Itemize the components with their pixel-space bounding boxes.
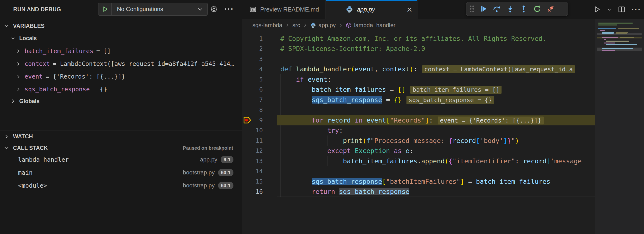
- chevron-down-icon: [4, 145, 9, 151]
- debug-config-dropdown[interactable]: No Configurations: [98, 3, 208, 16]
- breakpoint-gutter[interactable]: [242, 166, 253, 177]
- code-line-text: return sqs_batch_response: [280, 188, 409, 195]
- code-line[interactable]: 6 batch_item_failures = []batch_item_fai…: [242, 85, 595, 95]
- breakpoint-gutter[interactable]: [242, 95, 253, 105]
- breakpoint-gutter[interactable]: [242, 156, 253, 166]
- code-line[interactable]: 9 for record in event["Records"]:event =…: [242, 115, 595, 125]
- line-number: 11: [253, 137, 263, 144]
- call-stack-header[interactable]: CALL STACK Paused on breakpoint: [0, 143, 242, 153]
- debug-disconnect-icon[interactable]: [544, 2, 557, 16]
- tab-app-py[interactable]: app.py ×: [326, 0, 418, 19]
- code-line[interactable]: 1# Copyright Amazon.com, Inc. or its aff…: [242, 33, 595, 44]
- line-number: 12: [253, 147, 263, 154]
- close-icon[interactable]: ×: [406, 0, 412, 19]
- variable-name: event: [24, 73, 42, 80]
- tab-preview-readme[interactable]: Preview README.md: [242, 0, 326, 19]
- more-actions-icon[interactable]: ···: [224, 0, 234, 18]
- breakpoint-gutter[interactable]: [242, 105, 253, 115]
- code-line[interactable]: 14: [242, 166, 595, 177]
- breakpoint-gutter[interactable]: [242, 176, 253, 187]
- variables-section: VARIABLES Locals batch_item_failures= []…: [0, 20, 242, 107]
- code-line-text: print(f"Processed message: {record['body…: [280, 137, 519, 144]
- symbol-method-icon: [346, 22, 352, 28]
- editor-more-actions-icon[interactable]: ···: [632, 5, 641, 14]
- minimap-line: [602, 32, 614, 33]
- breakpoint-gutter[interactable]: [242, 187, 253, 197]
- variable-value: = []: [96, 48, 111, 55]
- globals-group-header[interactable]: Globals: [0, 96, 242, 107]
- breakpoint-gutter[interactable]: [242, 85, 253, 95]
- run-options-chevron-icon[interactable]: [607, 7, 612, 12]
- split-editor-icon[interactable]: [618, 6, 625, 13]
- debug-step-out-icon[interactable]: [517, 2, 530, 16]
- chevron-down-icon: [10, 36, 16, 41]
- code-line[interactable]: 8: [242, 105, 595, 115]
- stack-frame[interactable]: lambda_handlerapp.py9:1: [0, 153, 242, 166]
- breadcrumb-symbol[interactable]: lambda_handler: [346, 22, 396, 29]
- line-number: 4: [253, 66, 263, 73]
- line-number: 5: [253, 76, 263, 83]
- code-line[interactable]: 11 print(f"Processed message: {record['b…: [242, 135, 595, 146]
- run-python-file-icon[interactable]: [594, 6, 601, 13]
- dropdown-divider: [112, 3, 112, 15]
- minimap-line: [602, 50, 615, 51]
- variable-row[interactable]: context= LambdaContext([aws_request_id=a…: [0, 57, 242, 70]
- breakpoint-gutter[interactable]: [242, 146, 253, 156]
- variable-row[interactable]: event= {'Records': [{...}]}: [0, 70, 242, 83]
- breadcrumb-project[interactable]: sqs-lambda: [252, 22, 282, 29]
- debug-step-over-icon[interactable]: [490, 2, 504, 16]
- drag-handle-icon[interactable]: [469, 5, 474, 13]
- code-line[interactable]: 7 sqs_batch_response = {}sqs_batch_respo…: [242, 95, 595, 105]
- code-line[interactable]: 5 if event:: [242, 74, 595, 85]
- code-editor[interactable]: 1# Copyright Amazon.com, Inc. or its aff…: [242, 33, 595, 197]
- minimap-inline-value: [618, 28, 639, 29]
- breakpoint-gutter[interactable]: [242, 135, 253, 146]
- start-debug-icon[interactable]: [102, 6, 108, 12]
- call-stack-section: CALL STACK Paused on breakpoint lambda_h…: [0, 143, 242, 192]
- code-line[interactable]: 3: [242, 54, 595, 64]
- editor-area: Preview README.md app.py ×: [242, 0, 644, 234]
- minimap-line: [604, 42, 615, 43]
- breakpoint-gutter[interactable]: [242, 125, 253, 136]
- code-line[interactable]: 2# SPDX-License-Identifier: Apache-2.0: [242, 44, 595, 54]
- code-line[interactable]: 15 sqs_batch_response["batchItemFailures…: [242, 176, 595, 187]
- code-line[interactable]: 12 except Exception as e:: [242, 146, 595, 156]
- line-number: 10: [253, 127, 263, 134]
- code-line[interactable]: 10 try:: [242, 125, 595, 136]
- breakpoint-gutter[interactable]: [242, 54, 253, 64]
- chevron-down-icon: [197, 6, 203, 12]
- variables-header[interactable]: VARIABLES: [0, 20, 242, 32]
- debug-step-into-icon[interactable]: [504, 2, 517, 16]
- code-line[interactable]: 13 batch_item_failures.append({"itemIden…: [242, 156, 595, 166]
- debug-restart-icon[interactable]: [530, 2, 544, 16]
- locals-group-header[interactable]: Locals: [0, 32, 242, 45]
- code-line[interactable]: 16 return sqs_batch_response: [242, 187, 595, 197]
- code-line-text: # Copyright Amazon.com, Inc. or its affi…: [280, 35, 546, 42]
- frame-file: app.py: [200, 156, 217, 163]
- locals-variable-list: batch_item_failures= []context= LambdaCo…: [0, 45, 242, 96]
- debug-continue-icon[interactable]: [476, 2, 490, 16]
- variable-row[interactable]: batch_item_failures= []: [0, 45, 242, 57]
- stack-frame[interactable]: mainbootstrap.py60:1: [0, 166, 242, 179]
- line-number: 3: [253, 55, 263, 62]
- variable-name: context: [24, 60, 50, 67]
- breakpoint-gutter[interactable]: [242, 44, 253, 54]
- gear-icon[interactable]: [210, 0, 218, 19]
- chevron-right-icon: [303, 23, 307, 27]
- breadcrumb-folder[interactable]: src: [292, 22, 300, 29]
- line-number: 2: [253, 45, 263, 52]
- chevron-right-icon: [16, 74, 21, 79]
- breakpoint-current-line-icon[interactable]: [242, 115, 253, 125]
- breakpoint-gutter[interactable]: [242, 64, 253, 75]
- code-line[interactable]: 4def lambda_handler(event, context):cont…: [242, 64, 595, 75]
- breakpoint-gutter[interactable]: [242, 33, 253, 44]
- code-line-text: if event:: [280, 76, 331, 83]
- code-line-text: batch_item_failures = []batch_item_failu…: [280, 86, 502, 93]
- breadcrumb-file[interactable]: app.py: [310, 22, 336, 29]
- watch-section-header[interactable]: WATCH: [0, 130, 242, 143]
- chevron-right-icon: [10, 99, 16, 104]
- minimap[interactable]: [595, 19, 644, 234]
- variable-row[interactable]: sqs_batch_response= {}: [0, 83, 242, 96]
- breakpoint-gutter[interactable]: [242, 74, 253, 85]
- stack-frame[interactable]: <module>bootstrap.py63:1: [0, 179, 242, 192]
